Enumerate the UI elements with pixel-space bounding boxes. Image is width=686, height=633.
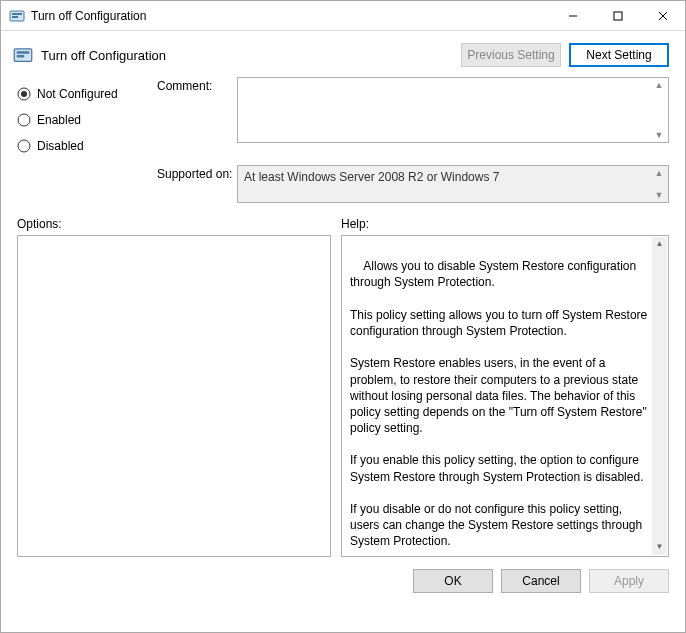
supported-on-box: At least Windows Server 2008 R2 or Windo… [237,165,669,203]
window-title: Turn off Configuration [31,9,550,23]
minimize-button[interactable] [550,1,595,31]
state-radios: Not Configured Enabled Disabled [17,77,157,159]
help-label: Help: [341,217,669,231]
svg-rect-2 [12,16,18,18]
chevron-down-icon[interactable]: ▼ [652,540,667,555]
options-label: Options: [17,217,341,231]
help-box[interactable]: Allows you to disable System Restore con… [341,235,669,557]
chevron-up-icon[interactable]: ▲ [652,237,667,252]
next-setting-button[interactable]: Next Setting [569,43,669,67]
svg-point-13 [18,140,30,152]
svg-rect-1 [12,13,22,15]
radio-enabled[interactable]: Enabled [17,107,157,133]
close-button[interactable] [640,1,685,31]
supported-on-value: At least Windows Server 2008 R2 or Windo… [244,170,499,184]
help-text: Allows you to disable System Restore con… [350,259,651,557]
titlebar: Turn off Configuration [1,1,685,31]
previous-setting-button[interactable]: Previous Setting [461,43,561,67]
svg-rect-8 [17,51,30,54]
comment-input[interactable]: ▲ ▼ [237,77,669,143]
options-box[interactable] [17,235,331,557]
radio-label: Enabled [37,113,81,127]
radio-disabled[interactable]: Disabled [17,133,157,159]
chevron-down-icon: ▼ [652,130,666,140]
apply-button[interactable]: Apply [589,569,669,593]
svg-rect-4 [614,12,622,20]
footer: OK Cancel Apply [1,557,685,593]
header: Turn off Configuration Previous Setting … [1,31,685,77]
page-title: Turn off Configuration [41,48,453,63]
radio-label: Disabled [37,139,84,153]
chevron-up-icon: ▲ [652,80,666,90]
scrollbar[interactable]: ▲ ▼ [652,237,667,555]
maximize-button[interactable] [595,1,640,31]
svg-point-11 [21,91,27,97]
policy-icon [13,45,33,65]
split-labels: Options: Help: [1,203,685,235]
policy-icon [9,8,25,24]
radio-not-configured[interactable]: Not Configured [17,81,157,107]
ok-button[interactable]: OK [413,569,493,593]
svg-point-12 [18,114,30,126]
chevron-up-icon: ▲ [652,168,666,178]
cancel-button[interactable]: Cancel [501,569,581,593]
supported-label: Supported on: [157,165,237,181]
radio-label: Not Configured [37,87,118,101]
svg-rect-9 [17,55,25,58]
split-panes: Allows you to disable System Restore con… [1,235,685,557]
comment-label: Comment: [157,77,237,93]
form-area: Not Configured Enabled Disabled Comment:… [1,77,685,203]
chevron-down-icon: ▼ [652,190,666,200]
